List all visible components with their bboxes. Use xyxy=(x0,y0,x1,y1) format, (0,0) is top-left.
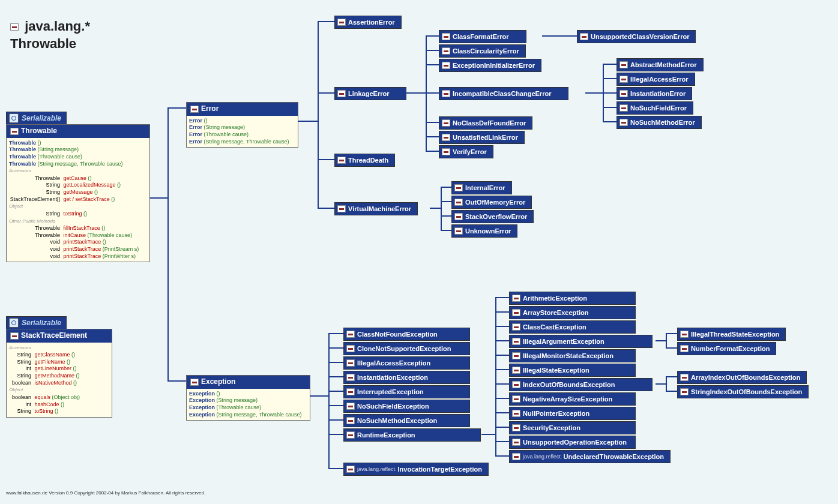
class-icon xyxy=(512,295,520,302)
class-icon xyxy=(512,381,520,388)
class-interruptedexception: InterruptedException xyxy=(343,385,470,398)
class-icon xyxy=(442,62,450,69)
constructors: Error ()Error (String message)Error (Thr… xyxy=(187,116,298,148)
class-icon xyxy=(512,439,520,446)
class-icon xyxy=(512,424,520,431)
class-icon xyxy=(512,338,520,345)
class-runtimeexception: RuntimeException xyxy=(343,428,481,442)
class-securityexception: SecurityException xyxy=(509,421,636,434)
object-methods: boolean equals (Object obj)int hashCode … xyxy=(9,394,109,415)
class-icon xyxy=(346,403,355,410)
class-unsupportedclassversionerror: UnsupportedClassVersionError xyxy=(577,30,696,43)
class-instantiationerror: InstantiationError xyxy=(616,87,692,100)
class-illegalargumentexception: IllegalArgumentException xyxy=(509,335,653,348)
class-icon xyxy=(512,395,520,403)
class-icon xyxy=(337,205,346,212)
class-icon xyxy=(346,417,355,424)
class-icon xyxy=(346,359,355,367)
interface-label: Serializable xyxy=(22,319,61,327)
class-icon xyxy=(580,33,588,40)
class-name: Throwable xyxy=(21,127,57,136)
class-icon xyxy=(346,345,355,352)
class-exception: Exception Exception ()Exception (String … xyxy=(186,375,310,421)
class-icon xyxy=(190,379,199,386)
class-icon xyxy=(619,119,628,126)
class-unsatisfiedlinkerror: UnsatisfiedLinkError xyxy=(439,131,525,144)
class-icon xyxy=(512,309,520,316)
interface-icon xyxy=(9,318,19,328)
class-noclassdeffounderror: NoClassDefFoundError xyxy=(439,116,532,130)
class-icon xyxy=(442,119,450,127)
class-assertionerror: AssertionError xyxy=(334,16,402,29)
class-icon xyxy=(346,431,355,439)
class-icon xyxy=(442,33,450,40)
class-icon xyxy=(442,47,450,55)
class-arraystoreexception: ArrayStoreException xyxy=(509,306,636,319)
class-icon xyxy=(346,374,355,381)
class-icon xyxy=(619,61,628,68)
class-name: StackTraceElement xyxy=(21,331,87,341)
class-label: Throwable xyxy=(10,35,90,53)
class-virtualmachineerror: VirtualMachineError xyxy=(334,202,418,215)
section-accessors: Accessors xyxy=(9,167,147,175)
class-nosuchfieldexception: NoSuchFieldException xyxy=(343,400,470,413)
other-methods: Throwable fillInStackTrace ()Throwable i… xyxy=(9,225,147,260)
constructors: Exception ()Exception (String message)Ex… xyxy=(187,389,310,421)
class-indexoutofboundsexception: IndexOutOfBoundsException xyxy=(509,378,653,391)
class-icon xyxy=(337,19,346,26)
class-nosuchmethodexception: NoSuchMethodException xyxy=(343,414,470,427)
class-nullpointerexception: NullPointerException xyxy=(509,407,636,420)
class-icon xyxy=(454,213,463,220)
class-icon xyxy=(10,23,19,31)
interface-serializable-throwable: Serializable xyxy=(6,112,67,125)
section-other: Other Public Methods xyxy=(9,218,147,225)
class-illegalthreadstateexception: IllegalThreadStateException xyxy=(677,328,786,341)
class-linkageerror: LinkageError xyxy=(334,87,406,100)
class-exceptionininitializererror: ExceptionInInitializerError xyxy=(439,59,541,72)
class-internalerror: InternalError xyxy=(451,181,512,194)
class-undeclaredthrowableexception: java.lang.reflect.UndeclaredThrowableExc… xyxy=(509,450,671,463)
class-clonenotsupportedexception: CloneNotSupportedException xyxy=(343,342,470,355)
class-icon xyxy=(337,157,346,164)
class-classcastexception: ClassCastException xyxy=(509,320,636,334)
class-icon xyxy=(454,184,463,191)
class-numberformatexception: NumberFormatException xyxy=(677,342,776,355)
class-icon xyxy=(512,323,520,331)
class-name: Error xyxy=(201,104,219,114)
interface-serializable-stacktrace: Serializable xyxy=(6,316,67,329)
section-object: Object xyxy=(9,203,147,210)
class-icon xyxy=(619,90,628,97)
class-instantiationexception: InstantiationException xyxy=(343,371,470,384)
class-icon xyxy=(190,106,199,113)
class-classnotfoundexception: ClassNotFoundException xyxy=(343,328,470,341)
class-icon xyxy=(680,388,689,395)
class-icon xyxy=(512,453,520,460)
class-incompatibleclasschangeerror: IncompatibleClassChangeError xyxy=(439,87,568,100)
class-stacktraceelement: StackTraceElement Accessors String getCl… xyxy=(6,329,112,418)
class-icon xyxy=(680,345,689,352)
section-object: Object xyxy=(9,386,109,394)
page-title: java.lang.* Throwable xyxy=(10,18,90,52)
class-illegalaccessexception: IllegalAccessException xyxy=(343,356,470,370)
class-unsupportedoperationexception: UnsupportedOperationException xyxy=(509,436,636,449)
class-nosuchmethoderror: NoSuchMethodError xyxy=(616,116,702,129)
class-illegalaccesserror: IllegalAccessError xyxy=(616,73,695,86)
interface-icon xyxy=(9,113,19,123)
interface-label: Serializable xyxy=(22,114,61,122)
class-icon xyxy=(680,331,689,338)
class-negativearraysizeexception: NegativeArraySizeException xyxy=(509,392,636,406)
class-classformaterror: ClassFormatError xyxy=(439,30,526,43)
accessors: Throwable getCause ()String getLocalized… xyxy=(9,175,147,203)
constructors: Throwable ()Throwable (String message)Th… xyxy=(9,140,147,168)
class-icon xyxy=(10,128,19,135)
class-verifyerror: VerifyError xyxy=(439,145,493,158)
class-illegalmonitorstateexception: IllegalMonitorStateException xyxy=(509,349,636,362)
class-nosuchfielderror: NoSuchFieldError xyxy=(616,101,693,115)
class-arithmeticexception: ArithmeticException xyxy=(509,292,636,305)
class-icon xyxy=(346,388,355,395)
class-icon xyxy=(10,332,19,340)
class-icon xyxy=(337,90,346,97)
object-methods: String toString () xyxy=(9,211,147,218)
accessors: String getClassName ()String getFileName… xyxy=(9,352,109,386)
section-accessors: Accessors xyxy=(9,344,109,352)
